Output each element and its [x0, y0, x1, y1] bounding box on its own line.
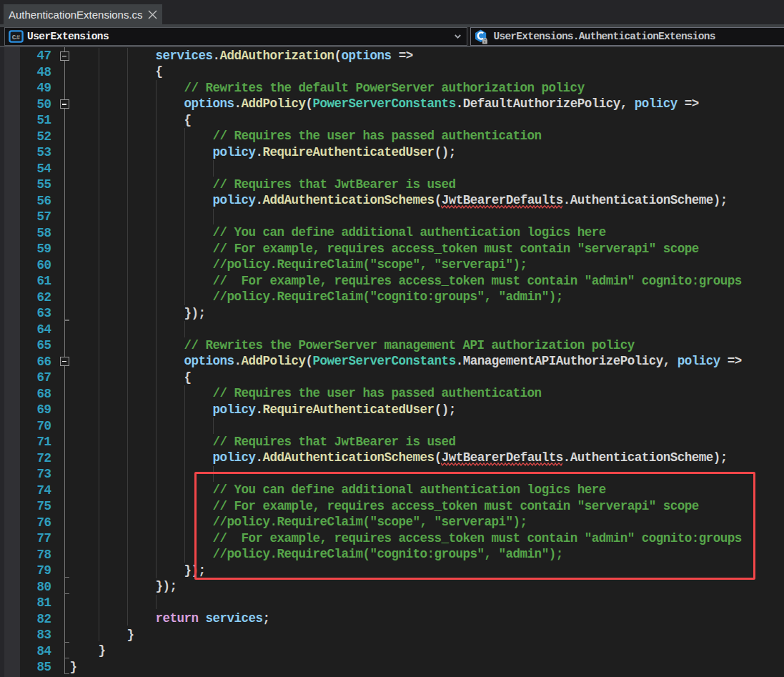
svg-text:C#: C# — [12, 34, 21, 41]
